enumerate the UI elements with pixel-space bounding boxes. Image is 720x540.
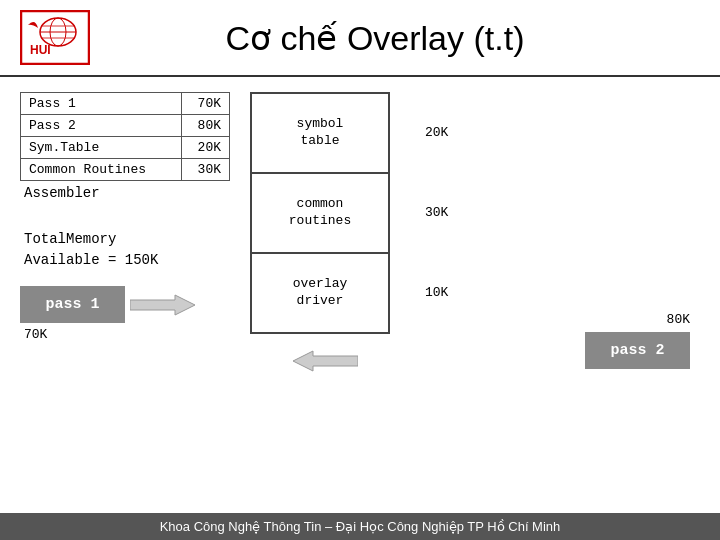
left-section: Pass 1 70K Pass 2 80K Sym.Table 20K Comm… <box>20 92 240 342</box>
common-routines-label: commonroutines <box>289 196 351 230</box>
table-row: Pass 2 80K <box>21 115 230 137</box>
arrow-left-icon <box>293 346 358 376</box>
common-routines-box: commonroutines <box>251 173 389 253</box>
common-routines-size: 30K <box>425 205 448 220</box>
overlay-stack: symboltable commonroutines overlaydriver <box>250 92 390 334</box>
total-memory: TotalMemory Available = 150K <box>24 229 240 271</box>
table-row: Sym.Table 20K <box>21 137 230 159</box>
pass2-size-top: 80K <box>667 312 690 327</box>
assembler-label: Assembler <box>24 185 240 201</box>
page-title: Cơ chế Overlay (t.t) <box>110 18 700 58</box>
footer: Khoa Công Nghệ Thông Tin – Đại Học Công … <box>0 513 720 540</box>
symbol-table-size: 20K <box>425 125 448 140</box>
center-section: symboltable commonroutines overlaydriver <box>250 92 400 376</box>
assembler-table: Pass 1 70K Pass 2 80K Sym.Table 20K Comm… <box>20 92 230 181</box>
right-section: 20K 30K 10K 80K pass 2 <box>410 92 700 369</box>
page-header: HUI Cơ chế Overlay (t.t) <box>0 0 720 77</box>
svg-marker-7 <box>130 295 195 315</box>
table-row: Common Routines 30K <box>21 159 230 181</box>
svg-text:HUI: HUI <box>30 43 51 57</box>
total-memory-line2: Available = 150K <box>24 250 240 271</box>
pass1-box: pass 1 <box>20 286 125 323</box>
total-memory-line1: TotalMemory <box>24 229 240 250</box>
overlay-driver-label: overlaydriver <box>293 276 348 310</box>
pass1-row: pass 1 <box>20 286 240 323</box>
symbol-table-label: symboltable <box>297 116 344 150</box>
diagram-area: Pass 1 70K Pass 2 80K Sym.Table 20K Comm… <box>0 77 720 381</box>
overlay-driver-box: overlaydriver <box>251 253 389 333</box>
pass1-size-label: 70K <box>24 327 240 342</box>
logo-icon: HUI <box>20 10 90 65</box>
arrow-right-icon <box>130 290 195 320</box>
table-row: Pass 1 70K <box>21 93 230 115</box>
symbol-table-box: symboltable <box>251 93 389 173</box>
overlay-driver-size: 10K <box>425 285 448 300</box>
pass2-box: pass 2 <box>585 332 690 369</box>
svg-marker-8 <box>293 351 358 371</box>
